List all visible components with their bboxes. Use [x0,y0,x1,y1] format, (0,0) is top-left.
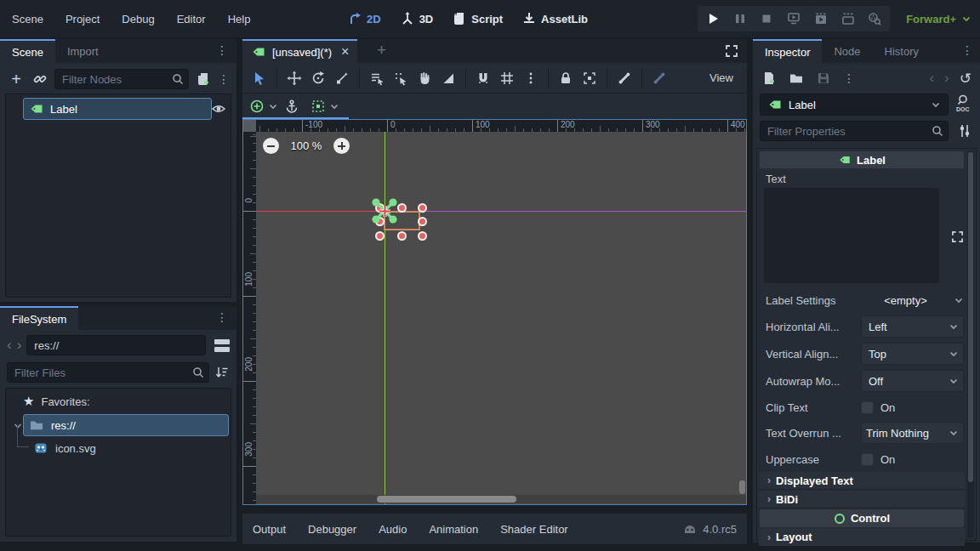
version-label[interactable]: 4.0.rc5 [703,523,737,536]
tab-inspector[interactable]: Inspector [753,39,822,63]
v-scrollbar-thumb[interactable] [739,480,745,494]
nav-back-button[interactable]: ‹ [7,337,12,354]
context-2d-button[interactable]: 2D [347,11,381,26]
file-tree-row-icon-svg[interactable]: icon.svg [33,438,96,458]
anchor-preset-button[interactable] [249,99,278,114]
resource-menu-icon[interactable]: ⋮ [843,72,855,84]
tab-scene[interactable]: Scene [0,39,55,63]
section-bidi[interactable]: › BiDi [759,491,965,508]
bottom-tab-debugger[interactable]: Debugger [308,523,356,536]
selection-handle[interactable] [418,203,427,213]
pause-button[interactable] [728,7,752,31]
lock-object-button[interactable] [554,66,578,90]
select-mode-button[interactable] [248,66,271,90]
context-3d-button[interactable]: 3D [400,11,434,26]
open-docs-button[interactable]: DOC [953,94,973,116]
node-selector[interactable]: Label [760,94,949,116]
property-row-label-settings[interactable]: Label Settings <empty> [766,290,964,310]
scene-tab-unsaved[interactable]: [unsaved](*) × [242,39,357,63]
new-resource-icon[interactable] [761,71,777,86]
scene-tree-row-label[interactable]: Label [23,98,212,120]
history-recent-icon[interactable]: ↺ [960,70,971,88]
inspector-scrollbar-thumb[interactable] [968,152,973,482]
pivot-mode-button[interactable] [389,66,413,90]
tab-filesystem[interactable]: FileSystem [0,306,78,330]
section-layout[interactable]: › Layout [759,528,965,546]
group-children-button[interactable] [578,66,601,90]
nav-forward-button[interactable]: › [17,337,22,354]
bottom-tab-shader-editor[interactable]: Shader Editor [500,523,568,536]
play-scene-button[interactable] [809,7,833,31]
renderer-select[interactable]: Forward+ [906,0,971,37]
menu-help[interactable]: Help [228,13,251,26]
bottom-tab-audio[interactable]: Audio [379,523,407,536]
selection-handle[interactable] [375,231,385,241]
snap-options-button[interactable] [519,66,543,90]
list-select-button[interactable] [365,66,389,90]
container-sizing-button[interactable] [311,99,339,114]
sort-files-icon[interactable] [214,365,230,380]
dock-menu-icon[interactable]: ⋮ [216,306,236,330]
text-overrun-dropdown[interactable]: Trim Nothing [861,422,964,444]
path-field[interactable] [26,335,206,355]
pan-mode-button[interactable] [413,66,436,90]
property-tools-icon[interactable] [957,123,972,139]
skeleton-options-button[interactable] [647,66,671,90]
close-icon[interactable]: × [338,44,349,60]
history-forward-button[interactable]: › [944,70,949,87]
category-label[interactable]: Label [760,151,964,168]
autowrap-mode-dropdown[interactable]: Off [861,370,964,392]
pivot-marker[interactable] [379,205,391,218]
filter-nodes-input[interactable] [54,69,189,89]
text-property-textarea[interactable] [764,188,939,283]
movie-maker-button[interactable] [863,7,886,31]
favorites-row[interactable]: ★ Favorites: [23,394,90,409]
rotate-mode-button[interactable] [306,66,330,90]
h-scrollbar-thumb[interactable] [377,496,516,503]
dock-menu-icon[interactable]: ⋮ [961,39,980,63]
visibility-eye-icon[interactable] [211,101,226,116]
uppercase-checkbox[interactable] [861,453,874,466]
scale-mode-button[interactable] [330,66,354,90]
expand-viewport-icon[interactable] [725,44,738,58]
ruler-mode-button[interactable] [436,66,460,90]
bottom-tab-animation[interactable]: Animation [429,523,478,536]
selection-handle[interactable] [418,231,427,241]
menu-debug[interactable]: Debug [122,13,154,26]
play-custom-scene-button[interactable] [836,7,860,31]
section-displayed-text[interactable]: › Displayed Text [759,472,965,490]
smart-snap-button[interactable] [471,66,495,90]
move-mode-button[interactable] [282,66,306,90]
filter-files-input[interactable] [7,362,209,383]
attach-script-icon[interactable] [196,71,211,87]
file-tree-row-res[interactable]: res:// [23,414,229,436]
tab-history[interactable]: History [873,39,931,63]
zoom-level[interactable]: 100 % [288,139,325,152]
stop-button[interactable] [755,7,778,31]
view-menu-button[interactable]: View [709,71,742,84]
anchor-mode-button[interactable] [282,94,302,118]
viewport-2d[interactable]: -100 0 100 200 300 400 0 100 200 300 100… [242,119,747,505]
instance-scene-icon[interactable] [32,71,48,87]
expand-textarea-icon[interactable] [951,230,964,243]
context-assetlib-button[interactable]: AssetLib [521,11,588,26]
add-node-button[interactable]: + [7,67,26,91]
grid-snap-button[interactable] [495,66,519,90]
new-scene-tab-button[interactable]: + [377,41,386,60]
horizontal-alignment-dropdown[interactable]: Left [861,315,964,338]
canvas-world[interactable]: 100 % [256,132,746,504]
bottom-tab-output[interactable]: Output [253,523,286,536]
tab-node[interactable]: Node [822,39,872,63]
history-back-button[interactable]: ‹ [929,70,934,87]
play-button[interactable] [701,7,725,31]
vertical-alignment-dropdown[interactable]: Top [861,343,964,365]
inspector-scrollbar-track[interactable] [967,151,974,538]
context-script-button[interactable]: Script [452,11,503,26]
h-scrollbar-track[interactable] [256,495,746,503]
menu-project[interactable]: Project [66,13,100,26]
tab-import[interactable]: Import [55,39,111,63]
zoom-out-button[interactable] [263,138,279,154]
load-resource-icon[interactable] [789,71,804,86]
skeleton-button[interactable] [612,66,636,90]
scene-tree-menu-icon[interactable]: ⋮ [218,73,230,85]
